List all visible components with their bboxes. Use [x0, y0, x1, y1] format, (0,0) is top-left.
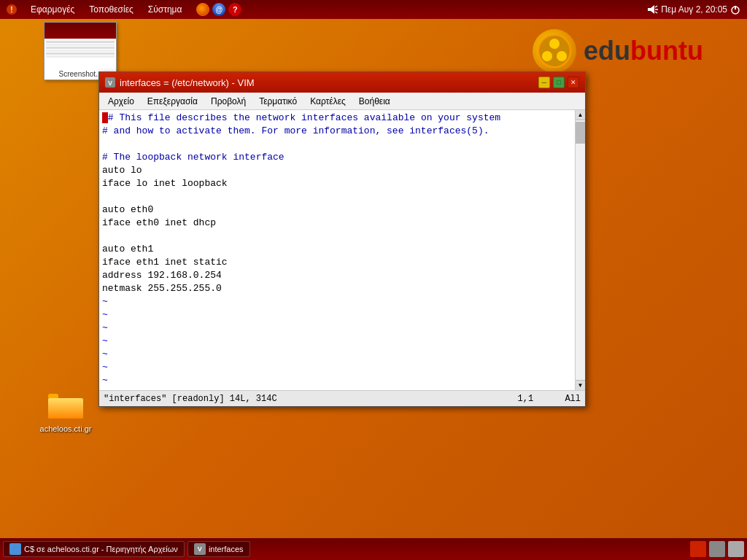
vim-statusbar: "interfaces" [readonly] 14L, 314C 1,1 Al…: [99, 390, 585, 406]
firefox-icon[interactable]: [196, 3, 209, 16]
edubuntu-logo: edubuntu: [533, 29, 703, 73]
svg-line-4: [655, 6, 657, 7]
browser2-icon[interactable]: @: [212, 3, 225, 16]
vim-status-filename: "interfaces" [readonly] 14L, 314C: [104, 394, 277, 404]
taskbar-btn-vim-label: interfaces: [209, 545, 244, 553]
vim-close-button[interactable]: ✕: [568, 77, 579, 88]
taskbar-bottom-right: [690, 541, 744, 557]
taskbar-square-gray1[interactable]: [709, 541, 725, 557]
vim-menu-view[interactable]: Προβολή: [205, 95, 252, 108]
vim-menubar: Αρχείο Επεξεργασία Προβολή Τερματικό Καρ…: [99, 93, 585, 110]
desktop-icon-label: acheloos.cti.gr: [40, 424, 92, 433]
svg-text:V: V: [108, 79, 112, 87]
taskbar-square-gray2[interactable]: [728, 541, 744, 557]
taskbar-system-icons: Πεμ Αυγ 2, 20:05: [647, 4, 741, 15]
help-icon[interactable]: ?: [228, 3, 241, 16]
taskbar-square-red[interactable]: [690, 541, 706, 557]
vim-window-controls: ─ □ ✕: [538, 77, 579, 88]
vim-scroll-down-button[interactable]: ▼: [576, 380, 585, 390]
edu-logo-circle: [533, 29, 576, 73]
vim-taskbar-icon: V: [194, 543, 206, 555]
taskbar-top: ! Εφαρμογές Τοποθεσίες Σύστημα @ ? Πεμ Α…: [0, 0, 747, 19]
vim-window-icon: V: [105, 77, 115, 88]
vim-menu-tabs[interactable]: Καρτέλες: [304, 95, 352, 108]
vim-scroll-up-button[interactable]: ▲: [576, 110, 585, 120]
taskbar-icons: @ ?: [196, 3, 241, 16]
taskbar-top-left: ! Εφαρμογές Τοποθεσίες Σύστημα @ ?: [0, 2, 241, 17]
speaker-icon: [647, 4, 659, 15]
vim-window-title: interfaces = (/etc/network) - VIM: [120, 77, 255, 88]
menu-system[interactable]: Σύστημα: [142, 3, 188, 16]
vim-minimize-button[interactable]: ─: [538, 77, 550, 88]
taskbar-top-right: Πεμ Αυγ 2, 20:05: [647, 4, 747, 15]
svg-marker-3: [651, 5, 654, 14]
svg-rect-2: [648, 8, 651, 11]
screenshot-thumb-bar: [44, 23, 116, 39]
vim-content-area[interactable]: # This file describes the network interf…: [99, 110, 585, 390]
svg-rect-15: [48, 398, 83, 419]
vim-title-group: V interfaces = (/etc/network) - VIM: [105, 77, 255, 88]
svg-line-6: [655, 12, 657, 13]
taskbar-btn-vim[interactable]: V interfaces: [187, 541, 250, 557]
folder-icon-image: [48, 386, 83, 421]
filemanager-icon: [9, 543, 21, 555]
vim-menu-file[interactable]: Αρχείο: [102, 95, 140, 108]
vim-status-pos: 1,1 All: [518, 394, 581, 404]
vim-window: V interfaces = (/etc/network) - VIM ─ □ …: [98, 71, 586, 407]
taskbar-bottom: C$ σε acheloos.cti.gr - Περιηγητής Αρχεί…: [0, 538, 747, 560]
vim-menu-edit[interactable]: Επεξεργασία: [142, 95, 204, 108]
svg-point-11: [542, 51, 552, 61]
app-icon: !: [4, 2, 19, 17]
screenshot-thumb-content: [44, 39, 116, 60]
vim-scroll-thumb[interactable]: [576, 122, 585, 144]
taskbar-btn-filemanager-label: C$ σε acheloos.cti.gr - Περιηγητής Αρχεί…: [24, 545, 178, 553]
vim-scrollbar[interactable]: ▲ ▼: [575, 110, 585, 390]
vim-text[interactable]: # This file describes the network interf…: [99, 110, 575, 390]
vim-menu-terminal[interactable]: Τερματικό: [253, 95, 303, 108]
menu-applications[interactable]: Εφαρμογές: [25, 3, 80, 16]
screenshot-thumb-inner: [44, 23, 116, 69]
edu-logo-text: edubuntu: [584, 36, 703, 66]
clock: Πεμ Αυγ 2, 20:05: [661, 4, 727, 15]
vim-titlebar: V interfaces = (/etc/network) - VIM ─ □ …: [99, 72, 585, 93]
vim-menu-help[interactable]: Βοήθεια: [353, 95, 396, 108]
svg-text:!: !: [10, 6, 12, 14]
svg-point-12: [557, 51, 567, 61]
menu-places[interactable]: Τοποθεσίες: [83, 3, 139, 16]
desktop-folder-icon[interactable]: acheloos.cti.gr: [36, 386, 95, 433]
taskbar-btn-filemanager[interactable]: C$ σε acheloos.cti.gr - Περιηγητής Αρχεί…: [3, 541, 185, 557]
svg-point-10: [549, 39, 560, 49]
power-icon[interactable]: [729, 4, 741, 15]
vim-maximize-button[interactable]: □: [553, 77, 565, 88]
desktop: ! Εφαρμογές Τοποθεσίες Σύστημα @ ? Πεμ Α…: [0, 0, 747, 560]
